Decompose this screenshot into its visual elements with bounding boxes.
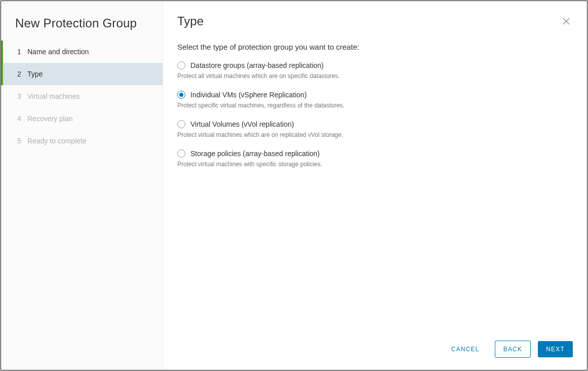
wizard-main: Type Select the type of protection group…: [163, 1, 587, 370]
step-recovery-plan: 4 Recovery plan: [1, 107, 163, 130]
step-label: Ready to complete: [27, 137, 87, 145]
step-list: 1 Name and direction 2 Type 3 Virtual ma…: [1, 41, 163, 152]
wizard-footer: CANCEL BACK NEXT: [163, 331, 587, 370]
wizard-dialog: New Protection Group 1 Name and directio…: [1, 1, 587, 370]
page-title: Type: [177, 14, 560, 28]
back-button[interactable]: BACK: [495, 341, 531, 358]
option-label: Virtual Volumes (vVol replication): [190, 120, 294, 128]
step-label: Virtual machines: [27, 92, 80, 100]
close-icon: [562, 17, 571, 26]
instruction-text: Select the type of protection group you …: [177, 43, 573, 51]
wizard-sidebar: New Protection Group 1 Name and directio…: [1, 1, 163, 370]
radio-row-virtual-volumes[interactable]: Virtual Volumes (vVol replication): [177, 120, 573, 128]
option-datastore-groups: Datastore groups (array-based replicatio…: [177, 61, 573, 80]
step-virtual-machines: 3 Virtual machines: [1, 85, 163, 107]
option-description: Protect virtual machines with specific s…: [177, 161, 573, 168]
option-storage-policies: Storage policies (array-based replicatio…: [177, 150, 573, 168]
content-area: Select the type of protection group you …: [163, 38, 587, 331]
step-name-and-direction[interactable]: 1 Name and direction: [1, 41, 163, 63]
close-button[interactable]: [560, 15, 573, 28]
radio-icon: [177, 150, 185, 158]
radio-row-storage-policies[interactable]: Storage policies (array-based replicatio…: [177, 150, 573, 158]
option-label: Datastore groups (array-based replicatio…: [190, 61, 324, 69]
radio-row-datastore-groups[interactable]: Datastore groups (array-based replicatio…: [177, 61, 573, 69]
step-label: Recovery plan: [27, 115, 73, 123]
option-description: Protect specific virtual machines, regar…: [177, 102, 573, 109]
step-number: 2: [17, 70, 27, 78]
radio-icon: [177, 91, 185, 99]
step-ready-to-complete: 5 Ready to complete: [1, 130, 163, 152]
option-label: Individual VMs (vSphere Replication): [190, 91, 307, 99]
radio-row-individual-vms[interactable]: Individual VMs (vSphere Replication): [177, 91, 573, 99]
radio-icon: [177, 61, 185, 69]
main-header: Type: [163, 1, 587, 38]
option-description: Protect all virtual machines which are o…: [177, 72, 573, 80]
wizard-title: New Protection Group: [1, 13, 163, 41]
step-number: 4: [17, 115, 27, 123]
step-number: 5: [17, 137, 27, 145]
cancel-button[interactable]: CANCEL: [443, 341, 488, 357]
option-virtual-volumes: Virtual Volumes (vVol replication) Prote…: [177, 120, 573, 138]
option-description: Protect virtual machines which are on re…: [177, 131, 573, 138]
option-label: Storage policies (array-based replicatio…: [190, 150, 320, 158]
step-label: Name and direction: [27, 48, 89, 56]
step-number: 1: [17, 48, 27, 56]
radio-icon: [177, 120, 185, 128]
next-button[interactable]: NEXT: [538, 341, 573, 357]
option-individual-vms: Individual VMs (vSphere Replication) Pro…: [177, 91, 573, 109]
step-label: Type: [27, 70, 43, 78]
step-number: 3: [17, 92, 27, 100]
step-type: 2 Type: [1, 63, 163, 85]
